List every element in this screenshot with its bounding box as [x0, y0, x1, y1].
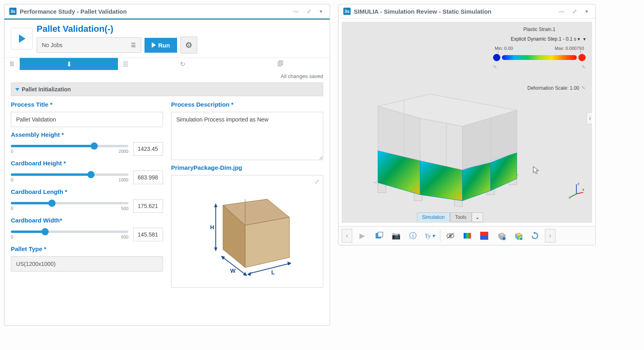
expand-icon[interactable]: ⤢ [570, 8, 580, 14]
svg-marker-14 [287, 261, 291, 266]
header-row: Pallet Validation(-) No Jobs ☰ Run ⚙ [4, 20, 330, 58]
reset-view-icon[interactable] [528, 229, 542, 243]
cursor-icon [533, 166, 540, 175]
tab-history-icon[interactable]: ↻ [133, 58, 231, 70]
play-icon[interactable]: ▶ [355, 229, 369, 243]
legend-min-handle[interactable] [493, 54, 500, 61]
svg-line-36 [576, 192, 583, 194]
svg-text:L: L [271, 269, 275, 276]
mesh-cube-icon[interactable] [494, 229, 508, 243]
legend-pin-left-icon[interactable]: ✎ [493, 64, 497, 70]
transform-cube-icon[interactable] [511, 229, 525, 243]
cardboard-width-value[interactable] [133, 228, 163, 241]
process-desc-label: Process Description * [171, 101, 323, 108]
image-filename: PrimaryPackage-Dim.jpg [171, 164, 323, 171]
minimize-icon[interactable]: — [291, 8, 301, 14]
performance-study-panel: 3s Performance Study - Pallet Validation… [4, 4, 330, 326]
toolbar-next-icon[interactable]: › [545, 229, 555, 243]
jobs-dropdown[interactable]: No Jobs ☰ [37, 37, 141, 53]
dropdown-icon[interactable]: ▾ [583, 8, 590, 14]
info-icon[interactable]: ⓘ [406, 229, 420, 243]
cardboard-height-label: Cardboard Height * [11, 160, 163, 167]
jobs-value: No Jobs [42, 42, 62, 48]
side-panel-toggle[interactable]: ‹ [586, 112, 592, 124]
cardboard-width-label: Cardboard Width* [11, 217, 163, 224]
svg-rect-46 [480, 232, 488, 236]
svg-marker-55 [533, 232, 535, 234]
tab-download-icon[interactable]: ⬇ [20, 58, 118, 70]
colormap-icon[interactable] [460, 229, 474, 243]
deformation-scale-label: Deformation Scale: 1.00 [527, 85, 579, 91]
tab-document-icon[interactable]: 🗎 [4, 58, 20, 70]
visibility-icon[interactable] [444, 229, 457, 243]
axis-triad-icon[interactable]: z y x [568, 182, 585, 199]
cardboard-length-value[interactable] [133, 199, 163, 213]
step-dropdown[interactable]: Explicit Dynamic Step.1 - 0.1 s ▾ [493, 35, 586, 43]
xy-icon[interactable]: Yy ▾ [423, 229, 437, 243]
svg-text:x: x [582, 187, 584, 191]
max-label: Max: 0.000793 [555, 46, 584, 51]
tab-tools[interactable]: Tools [450, 212, 472, 222]
assembly-height-label: Assembly Height * [11, 131, 163, 138]
toolbar-prev-icon[interactable]: ‹ [342, 229, 352, 243]
box-diagram: H W L [195, 181, 299, 282]
svg-marker-2 [245, 217, 289, 268]
expand-icon[interactable]: ⤢ [304, 8, 314, 14]
image-expand-icon[interactable]: ⤢ [314, 178, 320, 185]
svg-marker-6 [214, 247, 217, 251]
app-icon: 3s [343, 8, 351, 15]
content-area: Pallet Initialization Process Title * As… [4, 82, 330, 325]
cardboard-width-slider[interactable] [11, 231, 128, 233]
process-title-label: Process Title * [11, 101, 163, 108]
save-status: All changes saved [4, 70, 330, 82]
min-label: Min: 0.00 [495, 46, 513, 51]
svg-text:z: z [578, 182, 580, 186]
tab-more-icon[interactable]: ⌄ [472, 212, 483, 222]
dropdown-icon[interactable]: ▾ [317, 8, 325, 14]
deformation-edit-icon[interactable]: ✎ [582, 85, 586, 91]
svg-marker-5 [214, 203, 217, 207]
svg-rect-45 [464, 233, 471, 239]
svg-rect-47 [480, 236, 488, 240]
svg-rect-41 [378, 232, 383, 237]
list-icon: ☰ [131, 42, 136, 48]
split-color-icon[interactable] [477, 229, 491, 243]
legend-pin-right-icon[interactable]: ✎ [582, 64, 586, 70]
cardboard-length-slider[interactable] [11, 202, 128, 204]
viewport-3d[interactable]: ‹ [342, 22, 592, 223]
viz-tabs: Simulation Tools ⌄ [417, 212, 483, 222]
svg-text:y: y [569, 196, 571, 199]
section-header[interactable]: Pallet Initialization [11, 82, 323, 96]
cardboard-height-value[interactable] [133, 171, 163, 184]
window-title: Performance Study - Pallet Validation [20, 8, 287, 15]
settings-button[interactable]: ⚙ [180, 37, 197, 54]
cardboard-height-slider[interactable] [11, 173, 128, 176]
simulation-review-panel: 3s SIMULIA - Simulation Review - Static … [338, 4, 596, 245]
slides-icon[interactable] [372, 229, 386, 243]
svg-text:W: W [230, 268, 236, 274]
run-button[interactable]: Run [144, 38, 177, 53]
window-title: SIMULIA - Simulation Review - Static Sim… [354, 8, 553, 15]
process-desc-textarea[interactable] [171, 112, 323, 160]
minimize-icon[interactable]: — [556, 8, 567, 14]
tab-bar: 🗎 ⬇ ☰ ↻ 🗐 [4, 58, 330, 70]
assembly-height-slider[interactable] [11, 145, 128, 147]
svg-marker-10 [243, 272, 247, 276]
pallet-type-value[interactable]: US(1200x1000) [11, 256, 163, 272]
study-icon [11, 28, 33, 49]
svg-point-51 [502, 237, 506, 240]
camera-icon[interactable]: 📷 [389, 229, 403, 243]
tab-copy-icon[interactable]: 🗐 [231, 58, 330, 70]
right-titlebar: 3s SIMULIA - Simulation Review - Static … [339, 4, 595, 19]
legend-max-handle[interactable] [578, 54, 586, 61]
color-legend[interactable] [493, 54, 586, 61]
process-title-input[interactable] [11, 112, 163, 127]
svg-text:H: H [210, 224, 214, 231]
color-bar [502, 55, 577, 60]
assembly-height-value[interactable] [133, 142, 163, 156]
tab-simulation[interactable]: Simulation [417, 212, 450, 222]
form-left-column: Process Title * Assembly Height * 02000 … [11, 101, 163, 288]
bottom-toolbar: ‹ ▶ 📷 ⓘ Yy ▾ › [339, 226, 595, 245]
svg-marker-9 [221, 256, 225, 260]
tab-list-icon[interactable]: ☰ [118, 58, 133, 70]
